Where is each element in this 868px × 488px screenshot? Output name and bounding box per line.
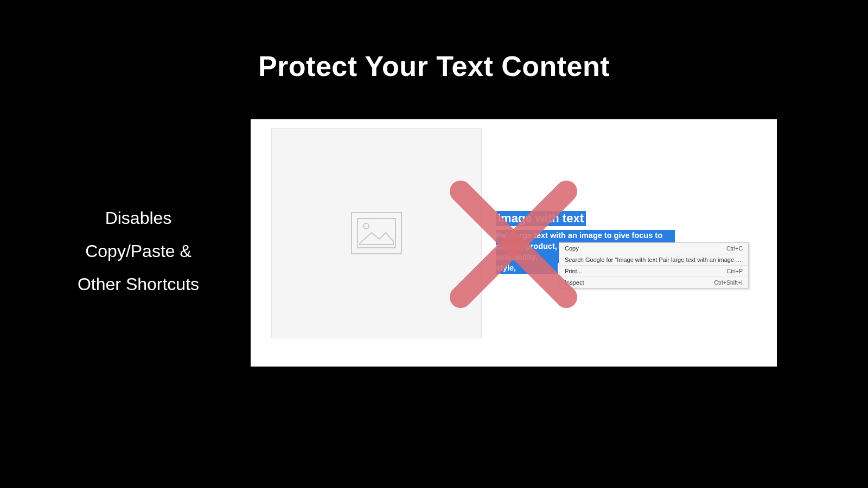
context-menu-item-print[interactable]: Print... Ctrl+P (559, 266, 748, 277)
selected-text-line: availability, style, (496, 252, 558, 274)
selected-heading-part: text (563, 211, 584, 225)
image-placeholder-icon (351, 212, 402, 254)
svg-rect-1 (358, 219, 395, 248)
context-menu-label: Inspect (565, 279, 584, 286)
selected-heading: Image with text (496, 211, 586, 226)
context-menu-label: Print... (565, 268, 582, 274)
context-menu-shortcut: Ctrl+C (726, 245, 743, 252)
subtext-line: Disables (57, 202, 220, 235)
selected-heading-part: with (535, 211, 559, 225)
feature-description: Disables Copy/Paste & Other Shortcuts (57, 202, 220, 300)
screenshot-panel: Image with text Pair large text with an … (251, 119, 777, 367)
context-menu-shortcut: Ctrl+P (727, 268, 743, 274)
subtext-line: Other Shortcuts (57, 268, 220, 301)
context-menu-item-inspect[interactable]: Inspect Ctrl+Shift+I (559, 277, 748, 288)
context-menu-item-search[interactable]: Search Google for "Image with text Pair … (559, 254, 748, 266)
image-placeholder (271, 128, 482, 338)
context-menu: Copy Ctrl+C Search Google for "Image wit… (559, 242, 749, 288)
subtext-line: Copy/Paste & (57, 235, 220, 268)
context-menu-label: Copy (565, 245, 579, 252)
context-menu-label: Search Google for "Image with text Pair … (565, 256, 743, 263)
selected-heading-part: Image (497, 211, 532, 225)
context-menu-shortcut: Ctrl+Shift+I (714, 279, 743, 286)
svg-point-2 (363, 223, 369, 229)
page-title: Protect Your Text Content (0, 50, 868, 82)
context-menu-item-copy[interactable]: Copy Ctrl+C (559, 243, 748, 254)
